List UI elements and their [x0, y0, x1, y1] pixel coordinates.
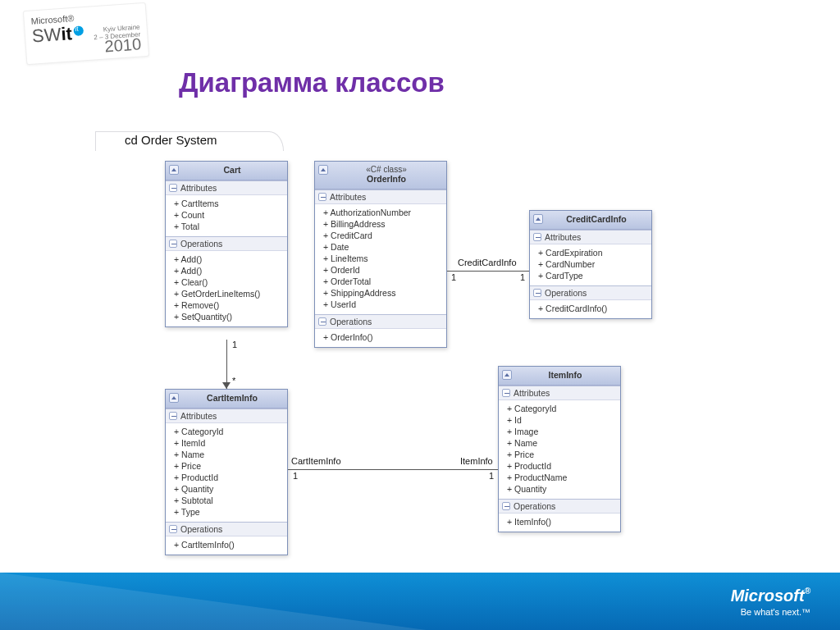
list-item: + ProductName [507, 472, 617, 483]
class-iteminfo-ops: + ItemInfo() [499, 514, 620, 532]
list-item: + LineItems [323, 253, 443, 264]
slide-title: Диаграмма классов [179, 67, 445, 98]
role-cartitem: CartItemInfo [291, 456, 341, 466]
list-item: + GetOrderLineItems() [174, 288, 284, 299]
list-item: + ProductId [174, 472, 284, 483]
list-item: + CartItemInfo() [174, 539, 284, 550]
minus-icon [169, 525, 177, 533]
class-cartitem-attrs: + CategoryId+ ItemId+ Name+ Price+ Produ… [166, 423, 287, 522]
footer-bar: Microsoft® Be what's next.™ [0, 573, 840, 630]
class-creditcard-name: CreditCardInfo [566, 214, 627, 224]
role-iteminfo: ItemInfo [460, 456, 493, 466]
class-orderinfo-name: OrderInfo [367, 174, 406, 184]
list-item: + Price [174, 460, 284, 472]
list-item: + CartItems [174, 198, 284, 209]
class-cartitem: CartItemInfo Attributes + CategoryId+ It… [165, 389, 288, 555]
minus-icon [169, 184, 177, 192]
list-item: + CardType [538, 270, 648, 281]
minus-icon [502, 389, 510, 397]
class-cartitem-name: CartItemInfo [207, 393, 258, 403]
list-item: + ProductId [507, 460, 617, 472]
assoc-cartitem-iteminfo [288, 469, 498, 470]
list-item: + CategoryId [507, 403, 617, 414]
card-1: 1 [520, 272, 525, 282]
minus-icon [318, 193, 326, 201]
list-item: + ItemInfo() [507, 516, 617, 527]
minus-icon [533, 233, 541, 241]
minus-icon [169, 412, 177, 420]
list-item: + Add() [174, 265, 284, 276]
list-item: + ItemId [174, 437, 284, 449]
list-item: + Name [174, 449, 284, 460]
assoc-cart-cartitem [226, 340, 227, 389]
list-item: + ShippingAddress [323, 287, 443, 299]
list-item: + Date [323, 241, 443, 253]
list-item: + Image [507, 426, 617, 437]
class-cart-attrs: + CartItems+ Count+ Total [166, 195, 287, 236]
diagram-label: cd Order System [125, 133, 217, 147]
list-item: + SetQuantity() [174, 311, 284, 322]
list-item: + BillingAddress [323, 218, 443, 230]
card-1: 1 [489, 471, 494, 481]
role-credit: CreditCardInfo [458, 258, 517, 267]
class-cart-name: Cart [223, 165, 240, 175]
class-cart-ops: + Add()+ Add()+ Clear()+ GetOrderLineIte… [166, 251, 287, 326]
card-1: 1 [232, 340, 237, 349]
arrow-down-icon [222, 382, 231, 389]
microsoft-logo: Microsoft® [731, 587, 810, 605]
list-item: + Remove() [174, 299, 284, 311]
minus-icon [318, 317, 326, 326]
class-cartitem-ops: + CartItemInfo() [166, 536, 287, 555]
list-item: + Clear() [174, 276, 284, 288]
list-item: + Quantity [174, 483, 284, 495]
class-orderinfo-ops: + OrderInfo() [315, 329, 446, 347]
class-orderinfo-stereo: «C# class» [331, 165, 441, 174]
list-item: + AuthorizationNumber [323, 207, 443, 218]
footer-tagline: Be what's next.™ [731, 607, 810, 617]
list-item: + Subtotal [174, 495, 284, 506]
class-iteminfo: ItemInfo Attributes + CategoryId+ Id+ Im… [498, 366, 621, 532]
collapse-icon [318, 165, 328, 175]
card-1: 1 [451, 272, 456, 282]
list-item: + OrderId [323, 264, 443, 276]
minus-icon [169, 240, 177, 248]
class-creditcard-attrs: + CardExpiration+ CardNumber+ CardType [530, 244, 651, 285]
list-item: + Total [174, 221, 284, 232]
class-orderinfo: «C# class» OrderInfo Attributes + Author… [314, 161, 447, 348]
footer-decoration [0, 573, 427, 630]
class-creditcard: CreditCardInfo Attributes + CardExpirati… [529, 210, 652, 319]
minus-icon [502, 502, 510, 510]
list-item: + OrderInfo() [323, 331, 443, 343]
list-item: + Id [507, 414, 617, 426]
class-iteminfo-attrs: + CategoryId+ Id+ Image+ Name+ Price+ Pr… [499, 400, 620, 499]
collapse-icon [533, 214, 543, 224]
list-item: + CreditCardInfo() [538, 303, 648, 314]
class-cart: Cart Attributes + CartItems+ Count+ Tota… [165, 161, 288, 327]
assoc-order-credit [447, 271, 529, 272]
event-badge: Microsoft® SWit Kyiv Ukraine 2 – 3 Decem… [23, 2, 149, 65]
collapse-icon [169, 393, 179, 403]
card-1: 1 [293, 471, 298, 481]
collapse-icon [169, 165, 179, 175]
list-item: + Type [174, 506, 284, 518]
card-star: * [232, 376, 235, 386]
class-orderinfo-attrs: + AuthorizationNumber+ BillingAddress+ C… [315, 204, 446, 314]
list-item: + Add() [174, 253, 284, 265]
list-item: + OrderTotal [323, 276, 443, 287]
badge-it: it [61, 23, 73, 44]
collapse-icon [502, 370, 512, 380]
class-iteminfo-name: ItemInfo [549, 370, 582, 380]
list-item: + Name [507, 437, 617, 449]
badge-sw: SW [31, 24, 62, 46]
class-creditcard-ops: + CreditCardInfo() [530, 300, 651, 318]
list-item: + CardNumber [538, 258, 648, 270]
list-item: + Quantity [507, 483, 617, 495]
list-item: + CategoryId [174, 426, 284, 437]
badge-dot-icon [73, 25, 84, 36]
minus-icon [533, 289, 541, 297]
list-item: + Price [507, 449, 617, 460]
list-item: + UserId [323, 299, 443, 310]
list-item: + CardExpiration [538, 247, 648, 258]
list-item: + CreditCard [323, 230, 443, 241]
list-item: + Count [174, 209, 284, 221]
